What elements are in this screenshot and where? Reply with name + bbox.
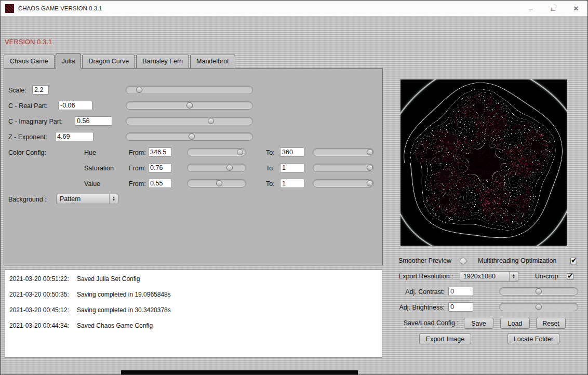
background-label: Background : (8, 196, 47, 203)
adj-contrast-label: Adj. Contrast: (385, 288, 445, 296)
main-content: VERSION 0.3.1 Chaos Game Julia Dragon Cu… (1, 16, 587, 374)
z-exponent-slider[interactable] (126, 132, 253, 141)
uncrop-checkbox[interactable] (567, 273, 573, 280)
adj-contrast-slider[interactable] (499, 287, 578, 296)
saturation-to-slider-thumb[interactable] (367, 165, 373, 171)
log-timestamp: 2021-03-20 00:45:12: (9, 306, 77, 314)
hue-from-label: From: (129, 149, 146, 156)
value-from-slider-thumb[interactable] (216, 180, 222, 186)
background-select[interactable]: Pattern (56, 194, 118, 204)
adj-brightness-label: Adj. Brightness: (385, 304, 445, 311)
log-timestamp: 2021-03-20 00:44:34: (9, 322, 77, 330)
z-exponent-input[interactable] (55, 132, 93, 141)
c-imaginary-input[interactable] (75, 116, 112, 126)
log-message: Saving completed in 30.3420378s (77, 306, 171, 314)
c-real-label: C - Real Part: (8, 102, 48, 110)
log-entry: 2021-03-20 00:44:34:Saved Chaos Game Con… (9, 322, 382, 330)
value-to-label: To: (266, 180, 275, 188)
hue-to-label: To: (266, 149, 275, 156)
version-label: VERSION 0.3.1 (5, 38, 52, 46)
hue-from-slider[interactable] (187, 148, 246, 156)
scale-slider-thumb[interactable] (136, 87, 142, 93)
z-exponent-label: Z - Exponent: (8, 133, 47, 141)
smoother-preview-radio[interactable] (460, 258, 466, 264)
c-real-slider[interactable] (126, 101, 253, 110)
c-imaginary-slider[interactable] (126, 117, 253, 125)
hue-from-input[interactable] (148, 148, 172, 157)
saturation-to-slider[interactable] (313, 164, 374, 172)
hue-label: Hue (84, 149, 96, 156)
hue-to-input[interactable] (280, 148, 304, 157)
tab-dragon-curve[interactable]: Dragon Curve (82, 55, 135, 68)
color-config-label: Color Config: (8, 149, 46, 156)
combo-arrows-icon (509, 272, 518, 281)
log-entry: 2021-03-20 00:51:22:Saved Julia Set Conf… (9, 275, 382, 283)
export-image-button[interactable]: Export Image (419, 333, 471, 344)
log-message: Saved Julia Set Config (77, 275, 140, 283)
tab-mandelbrot[interactable]: Mandelbrot (190, 55, 235, 68)
log-timestamp: 2021-03-20 00:51:22: (9, 275, 77, 283)
reset-button[interactable]: Reset (536, 318, 566, 329)
minimize-button[interactable]: – (519, 1, 542, 16)
adj-brightness-slider[interactable] (499, 303, 578, 311)
save-button[interactable]: Save (464, 318, 493, 329)
z-exponent-slider-thumb[interactable] (189, 133, 195, 140)
hue-to-slider-thumb[interactable] (367, 149, 373, 155)
tab-barnsley-fern[interactable]: Barnsley Fern (136, 55, 189, 68)
app-icon (5, 4, 14, 13)
value-label: Value (84, 180, 100, 188)
smoother-preview-label: Smoother Preview (398, 257, 451, 264)
log-message: Saved Chaos Game Config (77, 322, 153, 329)
log-message: Saving completed in 19.0965848s (77, 291, 171, 298)
multithreading-label: Multithreading Optimization (478, 257, 556, 264)
saturation-to-label: To: (266, 165, 275, 172)
scale-label: Scale: (8, 87, 26, 94)
adj-brightness-slider-thumb[interactable] (536, 304, 542, 310)
adj-contrast-slider-thumb[interactable] (536, 288, 542, 294)
c-real-input[interactable] (58, 101, 92, 110)
value-to-input[interactable] (280, 179, 304, 188)
c-real-slider-thumb[interactable] (186, 102, 193, 109)
value-to-slider[interactable] (313, 179, 374, 188)
load-button[interactable]: Load (500, 318, 530, 329)
adj-contrast-input[interactable] (448, 287, 473, 296)
value-from-slider[interactable] (187, 179, 246, 188)
save-load-config-label: Save/Load Config : (385, 319, 459, 327)
value-from-input[interactable] (148, 179, 172, 188)
app-window: CHAOS GAME VERSION 0.3.1 – □ ✕ VERSION 0… (0, 0, 588, 375)
hue-from-slider-thumb[interactable] (237, 149, 243, 155)
value-to-slider-thumb[interactable] (367, 180, 373, 186)
uncrop-label: Un-crop (535, 273, 558, 280)
hue-to-slider[interactable] (313, 148, 374, 156)
c-imaginary-label: C - Imaginary Part: (8, 118, 63, 125)
background-select-value: Pattern (60, 195, 81, 203)
export-resolution-select[interactable]: 1920x1080 (460, 271, 518, 282)
tab-chaos-game[interactable]: Chaos Game (4, 55, 55, 68)
multithreading-checkbox[interactable] (570, 258, 577, 264)
window-controls: – □ ✕ (519, 1, 587, 16)
window-title: CHAOS GAME VERSION 0.3.1 (18, 5, 102, 11)
maximize-button[interactable]: □ (542, 1, 565, 16)
fractal-preview (400, 79, 567, 246)
saturation-from-input[interactable] (148, 163, 172, 172)
log-output[interactable]: 2021-03-20 00:51:22:Saved Julia Set Conf… (5, 270, 382, 358)
combo-arrows-icon (109, 194, 118, 204)
export-resolution-value: 1920x1080 (463, 273, 496, 280)
saturation-from-slider-thumb[interactable] (226, 165, 233, 171)
close-button[interactable]: ✕ (565, 1, 587, 16)
saturation-from-slider[interactable] (187, 164, 246, 172)
scale-slider[interactable] (126, 86, 253, 94)
c-imaginary-slider-thumb[interactable] (208, 118, 214, 124)
julia-settings-panel: Scale: C - Real Part: C - Imaginary Part… (4, 68, 383, 265)
export-resolution-label: Export Resolution : (398, 273, 453, 280)
saturation-to-input[interactable] (280, 163, 304, 172)
tab-julia[interactable]: Julia (56, 53, 82, 69)
saturation-from-label: From: (129, 165, 146, 172)
tab-bar: Chaos Game Julia Dragon Curve Barnsley F… (4, 53, 236, 68)
titlebar: CHAOS GAME VERSION 0.3.1 – □ ✕ (1, 1, 587, 17)
log-entry: 2021-03-20 00:50:35:Saving completed in … (9, 290, 382, 299)
adj-brightness-input[interactable] (448, 302, 473, 312)
scale-input[interactable] (32, 85, 49, 95)
locate-folder-button[interactable]: Locate Folder (507, 333, 559, 344)
log-timestamp: 2021-03-20 00:50:35: (9, 290, 77, 299)
